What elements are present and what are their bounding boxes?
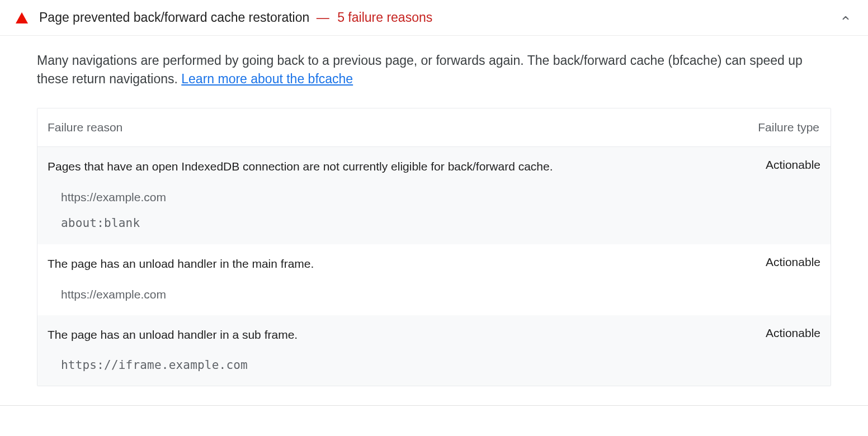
failure-url: https://example.com (61, 286, 820, 302)
table-row: Pages that have an open IndexedDB connec… (37, 147, 831, 244)
header-text-group: Page prevented back/forward cache restor… (39, 10, 432, 25)
table-row-top: The page has an unload handler in a sub … (48, 326, 820, 343)
description-paragraph: Many navigations are performed by going … (37, 51, 831, 89)
table-row: The page has an unload handler in the ma… (37, 244, 831, 315)
failure-urls: https://iframe.example.com (48, 357, 820, 373)
table-row-top: The page has an unload handler in the ma… (48, 255, 820, 272)
panel-title: Page prevented back/forward cache restor… (39, 10, 309, 25)
column-header-reason: Failure reason (48, 121, 758, 134)
failure-url: https://iframe.example.com (61, 357, 820, 373)
failure-type-text: Actionable (766, 326, 820, 340)
table-body: Pages that have an open IndexedDB connec… (37, 147, 831, 386)
learn-more-link[interactable]: Learn more about the bfcache (181, 72, 353, 86)
panel-header[interactable]: Page prevented back/forward cache restor… (0, 0, 868, 36)
failure-type-text: Actionable (766, 158, 820, 172)
failure-urls: https://example.com (48, 286, 820, 302)
panel-subtitle: 5 failure reasons (337, 10, 432, 25)
failure-reason-text: The page has an unload handler in the ma… (48, 255, 766, 272)
failure-url: about:blank (61, 215, 820, 231)
table-row: The page has an unload handler in a sub … (37, 315, 831, 386)
panel-body: Many navigations are performed by going … (0, 36, 868, 405)
failure-urls: https://example.comabout:blank (48, 189, 820, 232)
failure-reasons-table: Failure reason Failure type Pages that h… (37, 108, 831, 387)
description-text: Many navigations are performed by going … (37, 53, 803, 86)
column-header-type: Failure type (758, 121, 820, 134)
failure-type-text: Actionable (766, 255, 820, 269)
warning-triangle-icon (16, 12, 28, 23)
table-header-row: Failure reason Failure type (37, 108, 831, 147)
failure-url: https://example.com (61, 189, 820, 205)
chevron-up-icon[interactable] (839, 11, 852, 25)
failure-reason-text: Pages that have an open IndexedDB connec… (48, 158, 766, 174)
failure-reason-text: The page has an unload handler in a sub … (48, 326, 766, 343)
subtitle-dash: — (317, 10, 329, 25)
table-row-top: Pages that have an open IndexedDB connec… (48, 158, 820, 174)
bfcache-audit-panel: Page prevented back/forward cache restor… (0, 0, 868, 406)
